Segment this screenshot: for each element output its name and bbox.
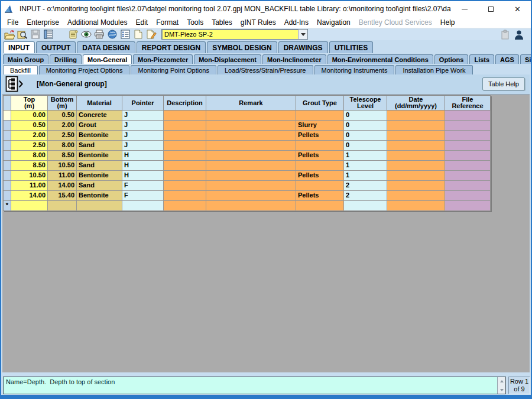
cell-pointer[interactable]: J — [122, 131, 164, 141]
tab-report-design[interactable]: REPORT DESIGN — [137, 41, 206, 53]
cell-top[interactable]: 10.50 — [11, 171, 48, 181]
cell-pointer[interactable]: F — [122, 181, 164, 191]
cell-fileref[interactable] — [445, 121, 491, 131]
cell-material[interactable]: Bentonite — [77, 171, 122, 181]
cell-top[interactable]: 14.00 — [11, 191, 48, 201]
tab-drawings[interactable]: DRAWINGS — [278, 41, 328, 53]
cell-fileref[interactable] — [445, 141, 491, 151]
cell-date[interactable] — [387, 141, 445, 151]
cell-bottom[interactable]: 2.50 — [48, 131, 77, 141]
cell-remark[interactable] — [206, 131, 296, 141]
cell-pointer[interactable] — [122, 201, 164, 211]
tab-monitoring-point-options[interactable]: Monitoring Point Options — [131, 65, 216, 74]
cell-desc[interactable] — [164, 151, 206, 161]
menu-item-tables[interactable]: Tables — [207, 17, 236, 28]
tab-mon-piezometer[interactable]: Mon-Piezometer — [133, 54, 193, 64]
grid-header-grout[interactable]: Grout Type — [296, 96, 344, 111]
cell-top[interactable]: 11.00 — [11, 181, 48, 191]
cell-telescope[interactable]: 2 — [344, 191, 387, 201]
group-tree-icon[interactable] — [5, 76, 23, 92]
cell-top[interactable]: 0.00 — [11, 111, 48, 121]
cell-grout[interactable] — [296, 161, 344, 171]
table-help-button[interactable]: Table Help — [482, 77, 525, 90]
cell-date[interactable] — [387, 181, 445, 191]
scroll-down-button[interactable] — [498, 386, 505, 394]
cell-telescope[interactable]: 0 — [344, 111, 387, 121]
minimize-button[interactable] — [451, 1, 478, 17]
globe-button[interactable] — [106, 29, 119, 40]
tab-data-design[interactable]: DATA DESIGN — [77, 41, 135, 53]
cell-telescope[interactable]: 1 — [344, 161, 387, 171]
cell-telescope[interactable] — [344, 201, 387, 211]
cell-telescope[interactable]: 2 — [344, 181, 387, 191]
cell-desc[interactable] — [164, 191, 206, 201]
tab-symbol-design[interactable]: SYMBOL DESIGN — [207, 41, 277, 53]
cell-top[interactable]: 2.50 — [11, 141, 48, 151]
menu-item-bentley-cloud-services[interactable]: Bentley Cloud Services — [355, 17, 436, 28]
tab-input[interactable]: INPUT — [3, 41, 35, 53]
cell-top[interactable]: 0.50 — [11, 121, 48, 131]
cell-fileref[interactable] — [445, 161, 491, 171]
tab-drilling[interactable]: Drilling — [50, 54, 82, 64]
grid-header-material[interactable]: Material — [77, 96, 122, 111]
cell-remark[interactable] — [206, 171, 296, 181]
cell-remark[interactable] — [206, 121, 296, 131]
grid-header-top[interactable]: Top(m) — [11, 96, 48, 111]
cell-desc[interactable] — [164, 161, 206, 171]
menu-item-tools[interactable]: Tools — [183, 17, 207, 28]
tab-mon-general[interactable]: Mon-General — [83, 54, 132, 64]
close-button[interactable]: ✕ — [504, 1, 531, 17]
cell-bottom[interactable]: 15.40 — [48, 191, 77, 201]
tab-ags[interactable]: AGS — [495, 54, 519, 64]
cell-bottom[interactable] — [48, 201, 77, 211]
tab-output[interactable]: OUTPUT — [36, 41, 76, 53]
cell-fileref[interactable] — [445, 131, 491, 141]
cell-material[interactable]: Sand — [77, 141, 122, 151]
cell-telescope[interactable]: 0 — [344, 131, 387, 141]
cell-grout[interactable]: Pellets — [296, 151, 344, 161]
menu-item-gint-rules[interactable]: gINT Rules — [236, 17, 280, 28]
cell-grout[interactable] — [296, 181, 344, 191]
forms-button[interactable] — [42, 29, 55, 40]
cell-fileref[interactable] — [445, 111, 491, 121]
cell-telescope[interactable]: 1 — [344, 151, 387, 161]
cell-grout[interactable]: Pellets — [296, 171, 344, 181]
scroll-up-button[interactable] — [498, 377, 505, 385]
open-project-button[interactable] — [3, 29, 16, 40]
cell-pointer[interactable]: J — [122, 121, 164, 131]
cell-pointer[interactable]: H — [122, 171, 164, 181]
cell-material[interactable]: Grout — [77, 121, 122, 131]
menu-item-edit[interactable]: Edit — [131, 17, 152, 28]
row-selector[interactable] — [4, 111, 11, 121]
new-document-button[interactable] — [132, 29, 145, 40]
cell-grout[interactable] — [296, 141, 344, 151]
row-selector[interactable] — [4, 141, 11, 151]
tab-mon-environmental-conditions[interactable]: Mon-Environmental Conditions — [327, 54, 433, 64]
tab-mon-displacement[interactable]: Mon-Displacement — [194, 54, 261, 64]
cell-remark[interactable] — [206, 201, 296, 211]
cell-remark[interactable] — [206, 151, 296, 161]
user-icon[interactable] — [514, 30, 524, 40]
row-selector[interactable] — [4, 131, 11, 141]
row-selector[interactable] — [4, 191, 11, 201]
cell-desc[interactable] — [164, 121, 206, 131]
grid-header-bottom[interactable]: Bottom(m) — [48, 96, 77, 111]
clipboard-icon[interactable] — [501, 30, 510, 40]
cell-date[interactable] — [387, 131, 445, 141]
cell-bottom[interactable]: 11.00 — [48, 171, 77, 181]
cell-material[interactable]: Concrete — [77, 111, 122, 121]
tab-monitoring-project-options[interactable]: Monitoring Project Options — [39, 65, 130, 74]
cell-bottom[interactable]: 2.00 — [48, 121, 77, 131]
row-selector[interactable]: * — [4, 201, 11, 211]
cell-date[interactable] — [387, 171, 445, 181]
edit-document-button[interactable] — [145, 29, 158, 40]
cell-remark[interactable] — [206, 191, 296, 201]
cell-grout[interactable]: Slurry — [296, 121, 344, 131]
cell-grout[interactable]: Pellets — [296, 131, 344, 141]
cell-top[interactable] — [11, 201, 48, 211]
tab-main-group[interactable]: Main Group — [3, 54, 48, 64]
cell-date[interactable] — [387, 111, 445, 121]
grid-header-fileref[interactable]: FileReference — [445, 96, 491, 111]
grid-header-telescope[interactable]: TelescopeLevel — [344, 96, 387, 111]
cell-remark[interactable] — [206, 161, 296, 171]
